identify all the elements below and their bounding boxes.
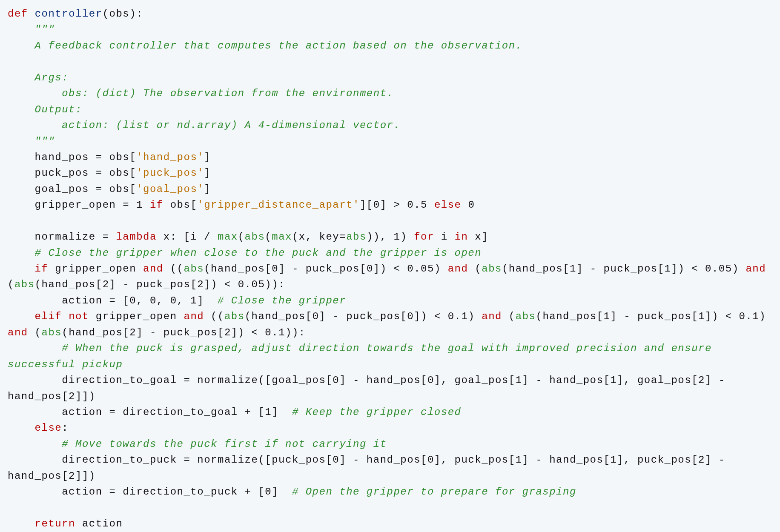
elif-cond-b: (( <box>204 311 224 322</box>
if-cond-c: (hand_pos[0] - puck_pos[0]) < 0.05) <box>204 263 447 275</box>
builtin-abs-4: abs <box>482 263 502 275</box>
builtin-abs-7: abs <box>516 311 536 322</box>
keyword-if-inline: if <box>150 199 163 211</box>
comment-keep-closed: # Keep the gripper closed <box>292 406 462 418</box>
builtin-abs-6: abs <box>224 311 245 322</box>
elif-cond-a: gripper_open <box>89 311 184 322</box>
if-cond-a: gripper_open <box>48 263 143 275</box>
docstring-line: A feedback controller that computes the … <box>8 40 522 51</box>
action-keep: action = direction_to_goal + [1] <box>8 406 292 418</box>
comment-open-gripper: # Open the gripper to prepare for graspi… <box>292 486 576 498</box>
signature-rest: (obs): <box>103 8 143 20</box>
normalize-g: i <box>434 231 455 243</box>
comment-close-gripper: # Close the gripper <box>218 295 346 306</box>
normalize-f: )), 1) <box>367 231 414 243</box>
assign-goal-pos-b: ] <box>204 183 211 195</box>
elif-cond-f: ( <box>28 327 42 338</box>
else-colon: : <box>62 422 69 434</box>
string-hand-pos: 'hand_pos' <box>136 152 204 163</box>
if-cond-b: (( <box>163 263 184 275</box>
docstring-args-line: obs: (dict) The observation from the env… <box>8 88 393 99</box>
docstring-close: """ <box>8 136 55 147</box>
normalize-h: x] <box>468 231 488 243</box>
string-goal-pos: 'goal_pos' <box>136 183 204 195</box>
if-cond-g: (hand_pos[2] - puck_pos[2]) < 0.05)): <box>35 279 285 290</box>
keyword-else-inline: else <box>434 199 462 211</box>
docstring-output-line: action: (list or nd.array) A 4-dimension… <box>8 120 400 131</box>
builtin-abs-3: abs <box>184 263 204 275</box>
return-indent <box>8 518 35 529</box>
comment-close-header: # Close the gripper when close to the pu… <box>8 247 482 259</box>
assign-goal-pos-a: goal_pos = obs[ <box>8 183 136 195</box>
assign-gripper-b: obs[ <box>163 199 198 211</box>
keyword-lambda: lambda <box>116 231 156 243</box>
normalize-d: ( <box>265 231 272 243</box>
assign-hand-pos-b: ] <box>204 152 211 163</box>
builtin-max-1: max <box>218 231 238 243</box>
assign-hand-pos-a: hand_pos = obs[ <box>8 152 136 163</box>
direction-to-puck: direction_to_puck = normalize([puck_pos[… <box>8 454 732 481</box>
builtin-max-2: max <box>272 231 292 243</box>
builtin-abs-2: abs <box>346 231 367 243</box>
docstring-output-header: Output: <box>8 104 82 115</box>
keyword-in: in <box>455 231 468 243</box>
builtin-abs-5: abs <box>14 279 35 290</box>
string-puck-pos: 'puck_pos' <box>136 167 204 179</box>
elif-cond-c: (hand_pos[0] - puck_pos[0]) < 0.1) <box>245 311 482 322</box>
string-gripper-dist: 'gripper_distance_apart' <box>197 199 360 211</box>
builtin-abs-1: abs <box>245 231 265 243</box>
keyword-return: return <box>35 518 75 529</box>
assign-gripper-a: gripper_open = 1 <box>8 199 150 211</box>
elif-cond-g: (hand_pos[2] - puck_pos[2]) < 0.1)): <box>62 327 305 338</box>
elif-cond-e: (hand_pos[1] - puck_pos[1]) < 0.1) <box>536 311 773 322</box>
comment-move-towards: # Move towards the puck first if not car… <box>8 438 387 450</box>
elif-indent <box>8 311 35 322</box>
keyword-not: not <box>69 311 89 322</box>
builtin-abs-8: abs <box>42 327 62 338</box>
keyword-elif: elif <box>35 311 62 322</box>
keyword-for: for <box>414 231 434 243</box>
keyword-and-5: and <box>482 311 502 322</box>
assign-puck-pos-b: ] <box>204 167 211 179</box>
keyword-and-2: and <box>448 263 468 275</box>
keyword-and-3: and <box>746 263 766 275</box>
assign-gripper-c: ][0] > 0.5 <box>360 199 434 211</box>
normalize-b: x: [i / <box>157 231 218 243</box>
docstring-open: """ <box>8 24 55 35</box>
comment-grasp: # When the puck is grasped, adjust direc… <box>8 343 719 370</box>
function-name: controller <box>35 8 103 20</box>
keyword-else: else <box>35 422 62 434</box>
docstring-args-header: Args: <box>8 72 69 83</box>
action-open: action = direction_to_puck + [0] <box>8 486 292 498</box>
assign-puck-pos-a: puck_pos = obs[ <box>8 167 136 179</box>
keyword-and-1: and <box>143 263 163 275</box>
keyword-and-4: and <box>184 311 204 322</box>
return-value: action <box>75 518 123 529</box>
normalize-a: normalize = <box>8 231 116 243</box>
action-close: action = [0, 0, 0, 1] <box>8 295 218 306</box>
if-indent <box>8 263 35 275</box>
else-indent <box>8 422 35 434</box>
keyword-if: if <box>35 263 49 275</box>
normalize-c: ( <box>238 231 245 243</box>
keyword-and-6: and <box>8 327 28 338</box>
keyword-def: def <box>8 8 28 20</box>
if-cond-d: ( <box>468 263 482 275</box>
direction-to-goal: direction_to_goal = normalize([goal_pos[… <box>8 375 732 402</box>
elif-cond-d: ( <box>502 311 516 322</box>
normalize-e: (x, key= <box>292 231 346 243</box>
if-cond-e: (hand_pos[1] - puck_pos[1]) < 0.05) <box>502 263 746 275</box>
code-block: def controller(obs): """ A feedback cont… <box>0 0 780 532</box>
assign-gripper-d: 0 <box>461 199 475 211</box>
